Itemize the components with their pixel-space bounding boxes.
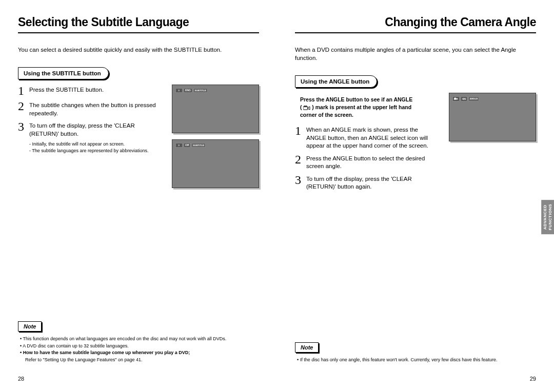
svg-point-4	[454, 97, 455, 98]
screen-preview-1: ≡ ENG SUBTITLE	[172, 85, 259, 133]
note-list: • This function depends on what language…	[20, 336, 259, 363]
steps-column: Press the ANGLE button to see if an ANGL…	[295, 93, 439, 194]
subtitle-icon: ≡	[175, 143, 183, 148]
step-3: 3 To turn off the display, press the 'CL…	[295, 174, 439, 191]
screens-column: 4/6 ANGLE	[449, 93, 536, 194]
note-line: • If the disc has only one angle, this f…	[297, 357, 536, 364]
step-text: Press the ANGLE button to select the des…	[306, 153, 439, 171]
step-number: 1	[295, 125, 303, 150]
osd-value: ENG	[184, 88, 192, 93]
subnote-line: - Initially, the subtitle will not appea…	[29, 141, 162, 148]
note-line: • This function depends on what language…	[20, 336, 259, 343]
camera-icon	[452, 96, 460, 101]
note-line-bold: • How to have the same subtitle language…	[20, 349, 259, 357]
intro-text: When a DVD contains multiple angles of a…	[295, 46, 536, 62]
step-number: 3	[295, 174, 303, 191]
step-number: 2	[295, 153, 303, 171]
page-right: Changing the Camera Angle When a DVD con…	[277, 0, 554, 392]
instr-line: Press the ANGLE button to see if an ANGL…	[300, 96, 412, 102]
page-number: 29	[530, 376, 536, 382]
screen-preview-2: ≡ Off SUBTITLE	[172, 139, 259, 188]
note-section: Note • This function depends on what lan…	[18, 321, 259, 363]
note-tab: Note	[295, 342, 319, 353]
note-tab: Note	[18, 321, 42, 332]
osd-overlay: 4/6 ANGLE	[452, 96, 479, 101]
step-1: 1 Press the SUBTITLE button.	[18, 85, 162, 97]
content-row: 1 Press the SUBTITLE button. 2 The subti…	[18, 85, 259, 194]
note-list: • If the disc has only one angle, this f…	[297, 357, 536, 364]
svg-point-5	[455, 97, 456, 98]
angle-instruction: Press the ANGLE button to see if an ANGL…	[300, 96, 439, 118]
section-tab-subtitle: Using the SUBTITLE button	[18, 67, 109, 79]
note-line: • A DVD disc can contain up to 32 subtit…	[20, 343, 259, 350]
screens-column: ≡ ENG SUBTITLE ≡ Off SUBTITLE	[172, 85, 259, 194]
osd-overlay: ≡ Off SUBTITLE	[175, 143, 206, 148]
step-text: When an ANGLE mark is shown, press the A…	[306, 125, 439, 150]
osd-label: SUBTITLE	[193, 88, 208, 93]
osd-value: Off	[184, 143, 190, 148]
step-2: 2 Press the ANGLE button to select the d…	[295, 153, 439, 171]
osd-overlay: ≡ ENG SUBTITLE	[175, 88, 208, 93]
section-tab-angle: Using the ANGLE button	[295, 75, 377, 88]
step-3: 3 To turn off the display, press the 'CL…	[18, 120, 162, 138]
osd-label: SUBTITLE	[191, 143, 206, 148]
page-title: Selecting the Subtitle Language	[18, 15, 259, 29]
title-rule	[18, 32, 259, 33]
step-text: To turn off the display, press the 'CLEA…	[29, 120, 162, 138]
page-left: Selecting the Subtitle Language You can …	[0, 0, 277, 392]
step-subnotes: - Initially, the subtitle will not appea…	[29, 141, 162, 154]
osd-label: ANGLE	[468, 96, 480, 101]
svg-rect-0	[303, 107, 308, 110]
note-line-indent: Refer to "Setting Up the Language Featur…	[25, 357, 259, 364]
page-title: Changing the Camera Angle	[295, 15, 536, 29]
intro-text: You can select a desired subtitle quickl…	[18, 46, 259, 54]
step-1: 1 When an ANGLE mark is shown, press the…	[295, 125, 439, 150]
step-number: 2	[18, 100, 26, 117]
step-text: Press the SUBTITLE button.	[29, 85, 104, 97]
title-rule	[295, 32, 536, 33]
section-side-tab: ADVANCED FUNCTIONS	[541, 200, 554, 234]
subtitle-icon: ≡	[175, 88, 183, 93]
step-2: 2 The subtitle changes when the button i…	[18, 100, 162, 117]
step-number: 3	[18, 120, 26, 138]
subnote-line: - The subtitle languages are represented…	[29, 148, 162, 154]
content-row: Press the ANGLE button to see if an ANGL…	[295, 93, 536, 194]
step-number: 1	[18, 85, 26, 97]
step-text: The subtitle changes when the button is …	[29, 100, 162, 117]
side-tab-line: FUNCTIONS	[547, 204, 552, 230]
instr-line: ) mark is present at the upper left hand	[310, 104, 411, 110]
side-tab-line: ADVANCED	[543, 204, 547, 230]
note-section: Note • If the disc has only one angle, t…	[295, 342, 536, 364]
camera-icon	[303, 105, 310, 110]
screen-preview-angle: 4/6 ANGLE	[449, 93, 536, 141]
osd-value: 4/6	[461, 96, 467, 101]
step-text: To turn off the display, press the 'CLEA…	[306, 174, 439, 191]
page-number: 28	[18, 376, 24, 382]
svg-rect-3	[454, 98, 457, 100]
instr-line: corner of the screen.	[300, 112, 353, 118]
steps-column: 1 Press the SUBTITLE button. 2 The subti…	[18, 85, 162, 194]
